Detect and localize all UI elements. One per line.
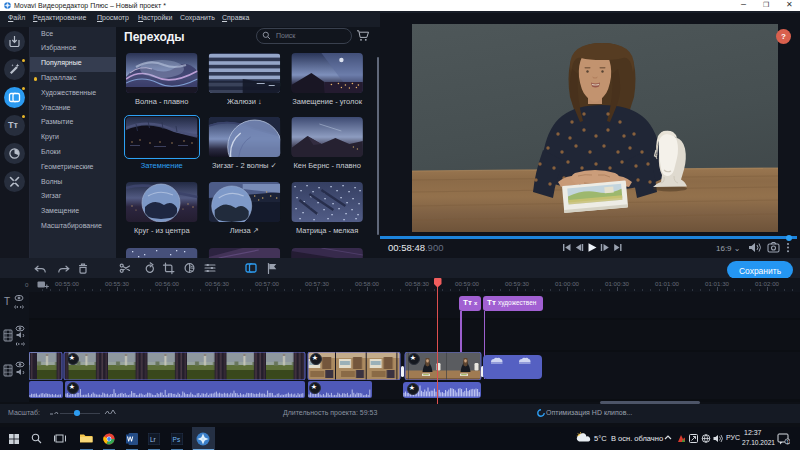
svg-text:Lr: Lr xyxy=(150,436,157,443)
svg-text:Ps: Ps xyxy=(173,436,181,443)
svg-text:1: 1 xyxy=(786,438,789,444)
